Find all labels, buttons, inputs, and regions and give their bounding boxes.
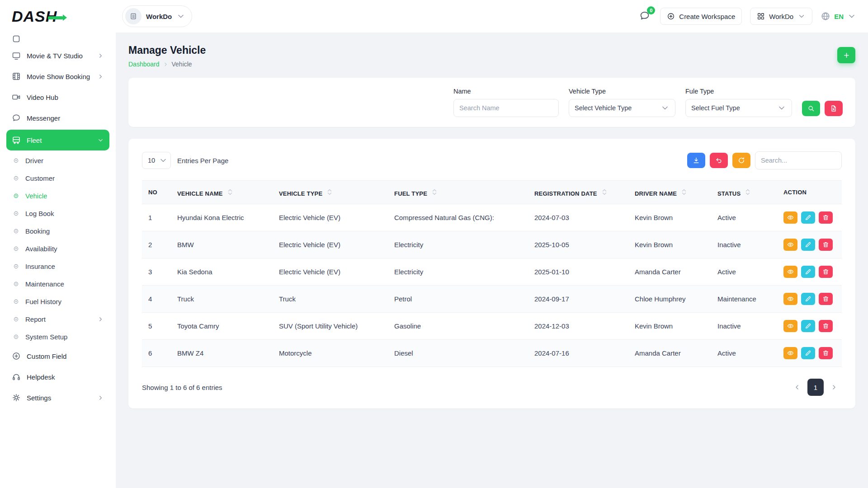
search-icon	[807, 105, 815, 112]
sidebar-item-insurance[interactable]: Insurance	[6, 258, 109, 275]
logo[interactable]: DASH	[12, 8, 108, 25]
sidebar-item-messenger[interactable]: Messenger	[6, 108, 109, 128]
filter-card: Name Vehicle Type Select Vehicle Type Fu…	[128, 78, 855, 127]
sidebar-item-label: Custom Field	[27, 352, 66, 360]
sidebar-item-driver[interactable]: Driver	[6, 152, 109, 169]
circle-dot-icon	[13, 228, 19, 235]
language-code: EN	[834, 13, 844, 20]
edit-button[interactable]	[801, 320, 815, 332]
next-page-button[interactable]	[826, 379, 842, 395]
delete-button[interactable]	[819, 239, 833, 251]
sidebar-item-fleet[interactable]: Fleet	[6, 130, 109, 150]
filter-search-button[interactable]	[802, 101, 820, 116]
sidebar-item-movie-tv-studio[interactable]: Movie & TV Studio	[6, 45, 109, 66]
trash-icon	[822, 296, 829, 302]
cell-vehicle-name: Hyundai Kona Electric	[171, 204, 273, 231]
view-button[interactable]	[783, 211, 797, 224]
edit-button[interactable]	[801, 239, 815, 251]
prev-page-button[interactable]	[789, 379, 805, 395]
tv-icon	[12, 51, 21, 60]
table-search-input[interactable]	[755, 151, 842, 169]
sidebar-item-system-setup[interactable]: System Setup	[6, 328, 109, 346]
sidebar-item-booking[interactable]: Booking	[6, 222, 109, 240]
trash-icon	[822, 214, 829, 221]
trash-icon	[822, 241, 829, 248]
breadcrumb-dashboard-link[interactable]: Dashboard	[128, 61, 160, 68]
column-header-status[interactable]: STATUS	[711, 181, 777, 204]
delete-button[interactable]	[819, 347, 833, 359]
eye-icon	[787, 323, 794, 329]
chevron-down-icon	[176, 12, 185, 21]
sidebar-item-movie-show-booking[interactable]: Movie Show Booking	[6, 66, 109, 87]
sidebar-item-availability[interactable]: Availability	[6, 240, 109, 258]
sidebar-item-custom-field[interactable]: Custom Field	[6, 346, 109, 366]
sidebar-item-customer[interactable]: Customer	[6, 169, 109, 187]
sidebar-item-report[interactable]: Report	[6, 310, 109, 328]
delete-button[interactable]	[819, 320, 833, 332]
edit-button[interactable]	[801, 211, 815, 224]
create-workspace-button[interactable]: Create Workspace	[660, 8, 742, 25]
column-header-vehicle-type[interactable]: VEHICLE TYPE	[273, 181, 388, 204]
cell-status: Inactive	[711, 231, 777, 258]
delete-button[interactable]	[819, 293, 833, 305]
export-button[interactable]	[687, 153, 705, 168]
cell-no: 3	[142, 258, 171, 286]
sidebar-item-video-hub[interactable]: Video Hub	[6, 87, 109, 108]
pagination: 1	[789, 379, 842, 396]
column-header-fuel-type[interactable]: FUEL TYPE	[388, 181, 528, 204]
sidebar-item-maintenance[interactable]: Maintenance	[6, 275, 109, 293]
add-vehicle-button[interactable]	[837, 47, 855, 63]
edit-button[interactable]	[801, 266, 815, 278]
view-button[interactable]	[783, 320, 797, 332]
cell-vehicle-name: BMW Z4	[171, 340, 273, 367]
fuel-type-select[interactable]: Select Fuel Type	[685, 99, 792, 117]
filter-reset-button[interactable]	[825, 101, 843, 116]
sidebar-item-fuel-history[interactable]: Fuel History	[6, 293, 109, 310]
cell-vehicle-name: Truck	[171, 286, 273, 313]
entries-per-page-select[interactable]: 10	[142, 152, 171, 169]
cell-vehicle-type: SUV (Sport Utility Vehicle)	[273, 313, 388, 340]
column-header-driver-name[interactable]: DRIVER NAME	[628, 181, 711, 204]
circle-dot-icon	[13, 298, 19, 305]
undo-button[interactable]	[710, 153, 728, 168]
sidebar-item-partial[interactable]	[6, 33, 109, 45]
vehicle-type-select[interactable]: Select Vehicle Type	[569, 99, 675, 117]
circle-dot-icon	[13, 192, 19, 199]
pencil-icon	[805, 241, 811, 248]
sidebar-item-helpdesk[interactable]: Helpdesk	[6, 366, 109, 387]
cell-driver-name: Amanda Carter	[628, 258, 711, 286]
sidebar-item-vehicle[interactable]: Vehicle	[6, 187, 109, 205]
view-button[interactable]	[783, 266, 797, 278]
edit-button[interactable]	[801, 347, 815, 359]
sidebar-item-log-book[interactable]: Log Book	[6, 205, 109, 222]
create-workspace-label: Create Workspace	[679, 13, 735, 20]
sidebar-item-label: Maintenance	[25, 280, 64, 288]
cell-registration-date: 2024-09-17	[528, 286, 628, 313]
chevron-right-icon	[97, 394, 104, 401]
name-search-input[interactable]	[453, 99, 559, 117]
delete-button[interactable]	[819, 211, 833, 224]
column-header-vehicle-name[interactable]: VEHICLE NAME	[171, 181, 273, 204]
page-1-button[interactable]: 1	[807, 379, 824, 396]
edit-button[interactable]	[801, 293, 815, 305]
view-button[interactable]	[783, 347, 797, 359]
workdo-menu-button[interactable]: WorkDo	[750, 8, 812, 25]
view-button[interactable]	[783, 239, 797, 251]
eye-icon	[787, 268, 794, 275]
row-actions	[783, 239, 835, 251]
refresh-button[interactable]	[732, 153, 750, 168]
chevron-right-icon	[163, 61, 169, 67]
undo-arrow-icon	[715, 157, 722, 164]
cell-status: Inactive	[711, 313, 777, 340]
cell-registration-date: 2024-12-03	[528, 313, 628, 340]
delete-button[interactable]	[819, 266, 833, 278]
column-header-registration-date[interactable]: REGISTRATION DATE	[528, 181, 628, 204]
sort-icon	[325, 188, 334, 197]
messages-button[interactable]: 0	[637, 9, 652, 24]
sidebar-item-settings[interactable]: Settings	[6, 387, 109, 408]
view-button[interactable]	[783, 293, 797, 305]
language-selector[interactable]: EN	[821, 11, 856, 21]
fuel-type-filter-label: Fule Type	[685, 88, 792, 95]
workspace-selector[interactable]: WorkDo	[122, 5, 192, 27]
chat-bubble-icon	[12, 113, 21, 122]
